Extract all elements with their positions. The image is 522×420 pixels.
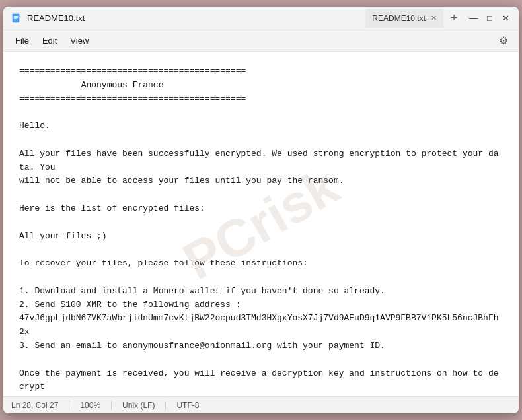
file-content: ========================================… — [19, 65, 503, 396]
settings-gear-icon[interactable]: ⚙ — [494, 32, 513, 50]
status-bar: Ln 28, Col 27 100% Unix (LF) UTF-8 — [3, 396, 519, 413]
encoding: UTF-8 — [166, 401, 209, 410]
svg-rect-1 — [14, 16, 18, 17]
active-tab[interactable]: README10.txt ✕ — [365, 9, 443, 28]
close-button[interactable]: ✕ — [500, 13, 511, 24]
tab-close-button[interactable]: ✕ — [431, 14, 437, 22]
window-controls: — □ ✕ — [468, 13, 511, 24]
maximize-button[interactable]: □ — [484, 13, 495, 24]
svg-rect-2 — [14, 17, 18, 18]
minimize-button[interactable]: — — [468, 13, 479, 24]
menu-view[interactable]: View — [63, 33, 95, 48]
app-icon — [11, 13, 22, 24]
new-tab-button[interactable]: + — [445, 9, 463, 28]
cursor-position: Ln 28, Col 27 — [11, 401, 69, 410]
menu-edit[interactable]: Edit — [36, 33, 63, 48]
menu-file[interactable]: File — [9, 33, 36, 48]
title-bar: README10.txt README10.txt ✕ + — □ ✕ — [3, 7, 519, 30]
menu-bar: File Edit View ⚙ — [3, 30, 519, 52]
window-title: README10.txt — [27, 13, 360, 23]
tab-label: README10.txt — [372, 14, 426, 23]
line-ending: Unix (LF) — [112, 401, 166, 410]
zoom-level: 100% — [69, 401, 112, 410]
text-editor-area[interactable]: PCrisk =================================… — [3, 52, 519, 396]
notepad-window: README10.txt README10.txt ✕ + — □ ✕ File… — [3, 7, 519, 413]
svg-rect-3 — [14, 18, 17, 19]
